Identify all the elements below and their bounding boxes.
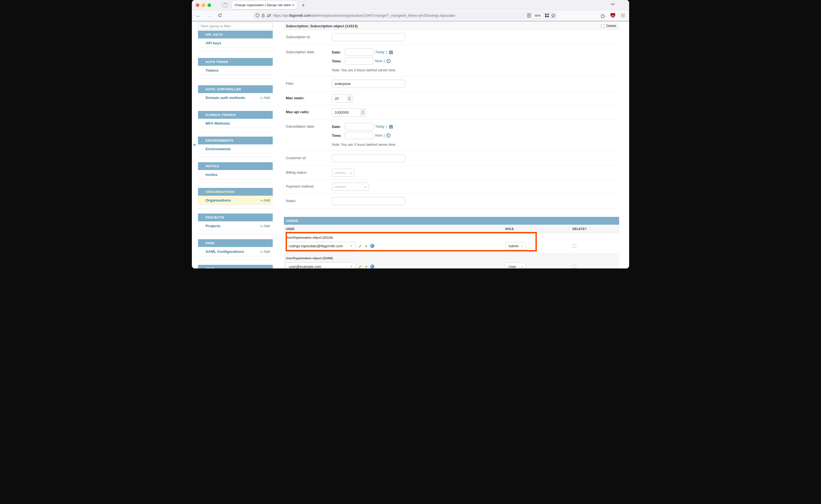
today-link[interactable]: Today bbox=[375, 125, 384, 129]
column-header-role: ROLE bbox=[505, 227, 573, 231]
subscription-date-input[interactable] bbox=[345, 49, 373, 56]
browser-tab[interactable]: Change organisation | Django site admin … bbox=[232, 1, 297, 9]
module-header: DJANGO-TRENCH bbox=[198, 111, 273, 119]
sidebar-item-environments[interactable]: Environments bbox=[198, 144, 273, 154]
sidebar-item-projects[interactable]: Projects +Add bbox=[198, 221, 273, 231]
url-bar[interactable]: https://api.flagsmith.com/admin/organisa… bbox=[253, 11, 558, 20]
notes-input[interactable] bbox=[332, 197, 405, 205]
sidebar-item-tokens[interactable]: Tokens bbox=[198, 66, 273, 75]
user-select[interactable]: rodrigo.lopezdato@flagsmith.com▼ bbox=[286, 242, 355, 250]
sidebar-item-domain-auth-methods[interactable]: Domain auth methods +Add bbox=[198, 93, 273, 102]
field-label: Subscription date: bbox=[286, 48, 332, 72]
url-text[interactable]: https://api.flagsmith.com/admin/organisa… bbox=[273, 14, 526, 18]
zoom-level-button[interactable]: 90% bbox=[533, 13, 543, 18]
module-header: API_KEYS bbox=[198, 31, 273, 38]
customer-id-input[interactable] bbox=[332, 154, 405, 162]
sidebar-item-saml-configurations[interactable]: SAML Configurations +Add bbox=[198, 247, 273, 256]
users-table-header: USER ROLE DELETE? bbox=[284, 225, 619, 233]
delete-row-checkbox[interactable] bbox=[573, 244, 576, 248]
back-button[interactable]: ← bbox=[196, 13, 200, 18]
bookmark-star-icon[interactable] bbox=[551, 13, 556, 18]
module-header: SAML bbox=[198, 239, 273, 247]
today-link[interactable]: Today bbox=[375, 50, 384, 54]
add-link[interactable]: +Add bbox=[260, 249, 270, 254]
traffic-light-minimize-icon[interactable] bbox=[202, 3, 205, 7]
chevron-down-icon: ⌄ bbox=[521, 265, 524, 268]
field-label: Notes: bbox=[286, 197, 332, 205]
traffic-light-close-icon[interactable] bbox=[196, 3, 199, 7]
dropdown-triangle-icon: ▼ bbox=[350, 265, 352, 268]
sidebar-item-api-keys[interactable]: API keys bbox=[198, 38, 273, 48]
cancellation-time-input[interactable] bbox=[345, 132, 373, 139]
new-tab-button[interactable]: + bbox=[302, 3, 305, 8]
field-label: Customer id: bbox=[286, 154, 332, 162]
fullscreen-icon[interactable] bbox=[545, 13, 549, 18]
sidebar-module-auth-token: AUTH TOKEN Tokens bbox=[198, 58, 273, 79]
view-eye-icon[interactable] bbox=[370, 264, 374, 268]
add-link[interactable]: +Add bbox=[260, 224, 270, 228]
traffic-light-zoom-icon[interactable] bbox=[207, 3, 211, 7]
sidebar-collapse-button[interactable]: « bbox=[193, 142, 196, 147]
number-stepper[interactable] bbox=[347, 95, 352, 101]
number-stepper[interactable] bbox=[360, 109, 365, 115]
view-eye-icon[interactable] bbox=[370, 244, 374, 248]
admin-sidebar: API_KEYS API keys AUTH TOKEN Tokens AUTH… bbox=[198, 23, 273, 268]
reload-button[interactable] bbox=[218, 13, 222, 18]
clock-icon[interactable] bbox=[386, 133, 391, 138]
url-domain: flagsmith.com bbox=[289, 14, 311, 18]
delete-row-checkbox[interactable] bbox=[573, 265, 576, 268]
list-tabs-chevron-icon[interactable] bbox=[611, 3, 615, 6]
app-menu-icon[interactable] bbox=[621, 14, 625, 17]
tab-close-icon[interactable]: ✕ bbox=[292, 3, 294, 7]
sidebar-item-invites[interactable]: Invites bbox=[198, 170, 273, 179]
user-select[interactable]: user@example.com▼ bbox=[286, 262, 355, 268]
module-header: ORGANISATIONS bbox=[198, 188, 273, 196]
edit-pencil-icon[interactable] bbox=[358, 265, 362, 269]
add-related-icon[interactable]: + bbox=[365, 244, 367, 248]
clock-icon[interactable] bbox=[386, 59, 391, 63]
edit-pencil-icon[interactable] bbox=[358, 244, 362, 248]
object-title: Subscription: Subscription object (14313… bbox=[286, 24, 357, 28]
sidebar-filter-input[interactable] bbox=[198, 23, 273, 30]
now-link[interactable]: Now bbox=[375, 59, 382, 63]
ublock-origin-icon[interactable]: uO bbox=[611, 13, 615, 18]
now-link[interactable]: Now bbox=[375, 134, 382, 137]
field-row-customer-id: Customer id: bbox=[284, 151, 619, 166]
plus-icon: + bbox=[260, 249, 263, 254]
sidebar-item-mfa-methods[interactable]: MFA Methods bbox=[198, 119, 273, 128]
calendar-icon[interactable] bbox=[389, 50, 393, 54]
cancellation-date-input[interactable] bbox=[345, 123, 373, 130]
sidebar-toggle-icon[interactable] bbox=[222, 3, 227, 7]
sidebar-item-organisations[interactable]: Organisations +Add bbox=[198, 196, 273, 205]
user-row: UserOrganisation object (22496) user@exa… bbox=[284, 254, 619, 268]
plan-input[interactable] bbox=[332, 80, 405, 88]
forward-button[interactable]: → bbox=[207, 13, 211, 18]
subscription-time-input[interactable] bbox=[345, 57, 373, 65]
add-link[interactable]: +Add bbox=[260, 198, 270, 202]
module-spacer-row bbox=[198, 128, 273, 132]
sidebar-module-tags: TAGS Tags bbox=[198, 265, 273, 268]
module-header: AUTH_CONTROLLER bbox=[198, 85, 273, 93]
delete-checkbox[interactable] bbox=[601, 24, 604, 28]
change-form: Subscription: Subscription object (14313… bbox=[284, 22, 619, 268]
url-path: /admin/organisations/organisation/15467/… bbox=[311, 14, 455, 18]
permissions-icon[interactable] bbox=[267, 14, 271, 17]
module-header: AUTH TOKEN bbox=[198, 58, 273, 66]
field-label: Max api calls: bbox=[286, 108, 332, 117]
add-link[interactable]: +Add bbox=[260, 96, 270, 100]
payment-method-select[interactable]: ---------⌄ bbox=[332, 183, 369, 191]
billing-status-select[interactable]: ---------⌄ bbox=[332, 169, 354, 177]
tracking-shield-icon[interactable] bbox=[255, 13, 259, 18]
delete-label: Delete bbox=[606, 24, 616, 28]
role-select[interactable]: User⌄ bbox=[505, 263, 526, 268]
role-select[interactable]: Admin⌄ bbox=[505, 242, 526, 250]
module-header: ENVIRONMENTS bbox=[198, 137, 273, 144]
subscription-id-input[interactable] bbox=[332, 33, 405, 41]
field-row-notes: Notes: bbox=[284, 194, 619, 209]
add-related-icon[interactable]: + bbox=[365, 264, 367, 269]
calendar-icon[interactable] bbox=[389, 125, 393, 129]
module-spacer-row bbox=[198, 48, 273, 51]
lock-icon[interactable] bbox=[261, 13, 265, 18]
extensions-puzzle-icon[interactable] bbox=[601, 13, 605, 18]
reader-view-icon[interactable] bbox=[527, 13, 531, 18]
